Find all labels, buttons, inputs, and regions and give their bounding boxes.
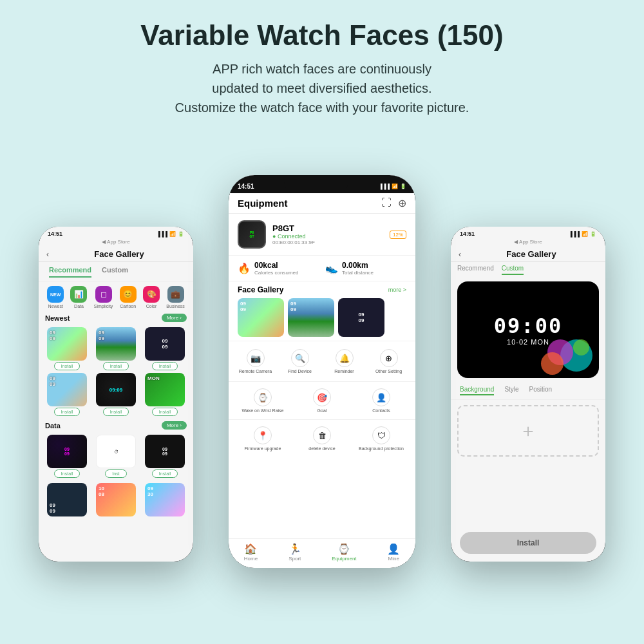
left-app-store: ◀ App Store (39, 238, 193, 247)
style-tab[interactable]: Style (504, 386, 518, 395)
fg-thumb-2[interactable]: 0909 (288, 298, 334, 337)
home-icon: 🏠 (244, 543, 257, 555)
face-gallery-more[interactable]: more > (388, 287, 406, 293)
cat-business[interactable]: 💼 Business (166, 286, 184, 308)
menu-background[interactable]: 🛡 Background protection (352, 422, 410, 455)
firmware-label: Firmware upgrade (245, 446, 281, 451)
install-data-btn-1[interactable]: Install (54, 469, 80, 478)
tab-custom[interactable]: Custom (102, 266, 128, 278)
right-nav: ‹ Face Gallery (451, 247, 605, 262)
style-tabs: Background Style Position (451, 382, 605, 400)
newest-more-btn[interactable]: More › (162, 314, 187, 322)
bubble-green (573, 339, 589, 355)
cat-simplicity[interactable]: ◻ Simplicity (94, 286, 113, 308)
distance-details: 0.00km Total distance (342, 261, 374, 276)
nav-equipment[interactable]: ⌚ Equipment (332, 543, 356, 562)
menu-remote-camera[interactable]: 📷 Remote Camera (234, 345, 277, 377)
install-btn-2[interactable]: Install (103, 362, 129, 370)
cat-cartoon[interactable]: 😊 Cartoon (120, 286, 137, 308)
install-btn-4[interactable]: Install (54, 408, 80, 416)
right-time: 14:51 (460, 231, 475, 237)
cartoon-label: Cartoon (120, 304, 136, 308)
install-data-btn-3[interactable]: Install (152, 469, 178, 478)
menu-delete[interactable]: 🗑 delete device (293, 422, 351, 455)
menu-goal[interactable]: 🎯 Goal (293, 384, 351, 417)
left-back-icon[interactable]: ‹ (46, 250, 49, 259)
nav-sport[interactable]: 🏃 Sport (289, 543, 301, 562)
add-icon[interactable]: ⊕ (398, 197, 406, 209)
position-tab[interactable]: Position (529, 386, 553, 395)
add-area[interactable]: ＋ (457, 405, 599, 457)
home-label: Home (244, 556, 258, 562)
face-thumb-3[interactable]: 0909 (145, 327, 185, 361)
fg-thumb-3[interactable]: 0909 (338, 298, 384, 337)
center-status-area: 14:51 ▐▐▐ 📶 🔋 (229, 175, 415, 193)
newest-title: Newest (45, 314, 70, 322)
data-thumb-1[interactable]: 0909 (47, 435, 87, 468)
face-thumb-4[interactable]: 0909 (47, 373, 87, 406)
menu-grid-2: ⌚ Wake on Wrist Raise 🎯 Goal 👤 Contacts (229, 382, 415, 420)
distance-value: 0.00km (342, 261, 374, 270)
left-categories: NEW Newest 📊 Data ◻ Simplicity 😊 Cartoon… (39, 282, 193, 311)
install-btn-1[interactable]: Install (54, 362, 80, 370)
data-more-btn[interactable]: More › (162, 421, 187, 430)
distance-label: Total distance (342, 270, 374, 276)
reminder-label: Reminder (334, 369, 354, 374)
tab-recommend[interactable]: Recommend (49, 266, 91, 278)
calories-details: 00kcal Calories consumed (254, 261, 298, 276)
menu-find-device[interactable]: 🔍 Find Device (278, 345, 321, 377)
device-info: P8GT P8GT ● Connected 00:E0:00:01:33:9F … (229, 214, 415, 256)
device-watch-icon: P8GT (238, 220, 266, 249)
menu-other-setting[interactable]: ⊕ Other Setting (367, 345, 410, 377)
cat-color[interactable]: 🎨 Color (143, 286, 160, 308)
header-section: Variable Watch Faces (150) APP rich watc… (0, 0, 644, 130)
face-thumb-2[interactable]: 0909 (96, 327, 136, 361)
face-thumb-1[interactable]: 0909 (47, 327, 87, 361)
data-thumb-6[interactable]: 0930 (145, 483, 185, 516)
face-item-2: 0909 Install (93, 327, 139, 370)
install-data-btn-2[interactable]: Inst (105, 469, 126, 478)
face-thumb-5[interactable]: 09:09 (96, 373, 136, 406)
install-btn-3[interactable]: Install (152, 362, 178, 370)
bg-tab[interactable]: Background (460, 386, 494, 395)
menu-reminder[interactable]: 🔔 Reminder (323, 345, 366, 377)
right-back-icon[interactable]: ‹ (459, 250, 461, 259)
face-item-1: 0909 Install (44, 327, 90, 370)
right-tab-recommend[interactable]: Recommend (457, 265, 494, 275)
data-thumb-4[interactable]: 0909 (47, 483, 87, 516)
equipment-icon: ⌚ (337, 543, 350, 555)
menu-contacts[interactable]: 👤 Contacts (352, 384, 410, 417)
data-face-2: ⏱ Inst (93, 435, 139, 478)
fullscreen-icon[interactable]: ⛶ (381, 197, 392, 209)
distance-stat: 👟 0.00km Total distance (325, 261, 406, 276)
nav-home[interactable]: 🏠 Home (244, 543, 258, 562)
calories-label: Calories consumed (254, 270, 298, 276)
data-thumb-5[interactable]: 1008 (96, 483, 136, 516)
face-thumb-6[interactable]: MON (145, 373, 185, 406)
left-phone: 14:51 ▐▐▐ 📶 🔋 ◀ App Store ‹ Face Gallery… (39, 227, 193, 562)
right-app-store: ◀ App Store (451, 238, 605, 247)
right-battery-icon: 🔋 (590, 231, 596, 237)
cat-data[interactable]: 📊 Data (70, 286, 87, 308)
data-face-4: 0909 (44, 483, 90, 516)
cat-newest[interactable]: NEW Newest (47, 286, 64, 308)
color-icon: 🎨 (143, 286, 160, 303)
equipment-header-icons: ⛶ ⊕ (381, 197, 406, 209)
install-btn-6[interactable]: Install (152, 408, 178, 416)
center-phone-screen: 14:51 ▐▐▐ 📶 🔋 Equipment ⛶ ⊕ P8GT (229, 175, 415, 568)
fg-thumb-1[interactable]: 0909 (238, 298, 284, 337)
menu-firmware[interactable]: 📍 Firmware upgrade (234, 422, 292, 455)
right-tab-custom[interactable]: Custom (502, 265, 524, 275)
data-face-5: 1008 (93, 483, 139, 516)
footstep-icon: 👟 (325, 262, 338, 274)
left-tabs: Recommend Custom (39, 262, 193, 282)
install-big-btn[interactable]: Install (460, 532, 596, 554)
install-btn-5[interactable]: Install (103, 408, 129, 416)
face-gallery-header: Face Gallery more > (238, 285, 406, 294)
data-thumb-3[interactable]: 0909 (145, 435, 185, 468)
phones-area: 14:51 ▐▐▐ 📶 🔋 ◀ App Store ‹ Face Gallery… (0, 130, 644, 581)
nav-mine[interactable]: 👤 Mine (387, 543, 400, 562)
business-icon: 💼 (167, 286, 184, 303)
data-thumb-2[interactable]: ⏱ (96, 435, 136, 468)
menu-wrist-raise[interactable]: ⌚ Wake on Wrist Raise (234, 384, 292, 417)
